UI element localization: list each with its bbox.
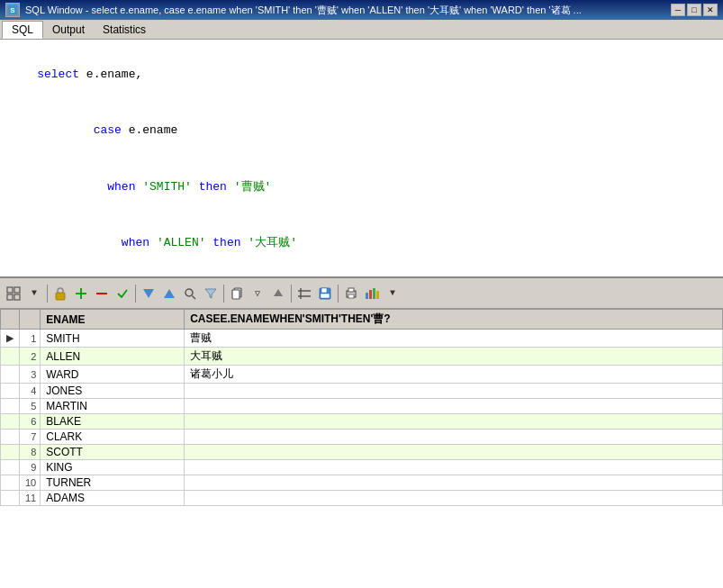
sql-line-2: case e.ename [9,103,714,158]
minimize-button[interactable]: ─ [671,4,685,16]
connect-icon [297,287,312,300]
table-row[interactable]: 7CLARK [1,430,723,445]
add-row-button[interactable] [71,284,91,303]
table-row[interactable]: 10TURNER [1,475,723,491]
cell-ename: TURNER [41,475,185,491]
svg-rect-4 [7,294,13,300]
copy-button[interactable] [227,284,247,303]
app-icon: S [5,3,20,17]
maximize-button[interactable]: □ [687,4,701,16]
svg-rect-26 [366,293,368,299]
plus-icon [75,287,87,300]
table-row[interactable]: ▶1SMITH曹贼 [1,330,723,348]
chart-button[interactable] [362,284,382,303]
cell-value: 诸葛小儿 [185,366,723,384]
svg-rect-22 [321,294,330,298]
row-number: 10 [20,475,41,491]
table-row[interactable]: 3WARD诸葛小儿 [1,366,723,384]
table-row[interactable]: 9KING [1,460,723,475]
grid-dropdown[interactable]: ▼ [24,284,44,303]
sql-line-1: select e.ename, [9,47,714,103]
row-number: 9 [20,460,41,475]
cell-ename: CLARK [41,430,185,445]
confirm-button[interactable] [113,284,132,303]
up-arrow-button[interactable] [268,284,288,303]
tab-sql[interactable]: SQL [2,21,43,39]
svg-rect-5 [14,294,20,300]
chart-dropdown[interactable]: ▼ [383,284,402,303]
svg-rect-3 [14,287,20,293]
svg-marker-10 [143,289,154,298]
tab-output[interactable]: Output [43,22,94,38]
svg-point-12 [185,289,193,296]
sort-asc-icon [163,287,176,300]
check-icon [116,287,129,300]
sql-line-4: when 'ALLEN' then '大耳贼' [9,215,714,271]
svg-rect-27 [369,290,372,299]
table-row[interactable]: 5MARTIN [1,399,723,414]
search-button[interactable] [180,284,200,303]
keyword-when1: when [107,180,135,194]
menu-bar: SQL Output Statistics [0,20,723,40]
svg-marker-11 [164,289,175,298]
svg-rect-2 [7,287,13,293]
filter-icon [204,287,217,300]
table-row[interactable]: 11ADAMS [1,491,723,506]
svg-rect-21 [321,288,327,293]
row-indicator-cell [1,348,20,366]
results-table: ENAME CASEE.ENAMEWHEN'SMITH'THEN'曹? ▶1SM… [0,309,723,506]
up-arrow-icon [273,288,284,299]
cell-ename: BLAKE [41,414,185,430]
chart-icon [365,287,379,300]
separator-1 [47,285,48,303]
header-rownum [20,310,41,330]
table-row[interactable]: 6BLAKE [1,414,723,430]
row-number: 2 [20,348,41,366]
separator-3 [223,285,224,303]
cell-value [185,399,723,414]
cell-ename: ADAMS [41,491,185,506]
svg-rect-15 [232,290,239,299]
grid-button[interactable] [4,284,23,303]
header-value[interactable]: CASEE.ENAMEWHEN'SMITH'THEN'曹? [185,310,723,330]
sort-desc-button[interactable] [139,284,158,303]
row-indicator-cell [1,399,20,414]
header-ename[interactable]: ENAME [41,310,185,330]
tab-statistics[interactable]: Statistics [94,22,155,38]
svg-rect-25 [348,294,354,298]
window-controls: ─ □ ✕ [671,4,718,16]
table-header-row: ENAME CASEE.ENAMEWHEN'SMITH'THEN'曹? [1,310,723,330]
close-button[interactable]: ✕ [703,4,718,16]
svg-rect-6 [56,293,65,300]
keyword-when2: when [122,236,149,249]
print-button[interactable] [341,284,361,303]
cell-value [185,430,723,445]
row-indicator-cell [1,460,20,475]
cell-ename: WARD [41,366,185,384]
row-number: 3 [20,366,41,384]
str-allen: 'ALLEN' [157,236,206,249]
sort-asc-button[interactable] [159,284,179,303]
str-caozei: '曹贼' [234,180,272,194]
keyword-then2: then [212,236,240,249]
delete-row-button[interactable] [92,284,112,303]
copy-dropdown[interactable]: ▽ [248,284,267,303]
save-button[interactable] [315,284,335,303]
cell-value [185,384,723,399]
table-row[interactable]: 4JONES [1,384,723,399]
results-area[interactable]: ENAME CASEE.ENAMEWHEN'SMITH'THEN'曹? ▶1SM… [0,309,723,588]
toolbar: ▼ [0,278,723,309]
row-number: 6 [20,414,41,430]
keyword-select: select [37,68,79,81]
sql-editor[interactable]: select e.ename, case e.ename when 'SMITH… [0,40,723,278]
cell-value: 大耳贼 [185,348,723,366]
row-indicator-cell [1,445,20,460]
row-indicator-cell [1,384,20,399]
connect-button[interactable] [294,284,314,303]
table-row[interactable]: 8SCOTT [1,445,723,460]
svg-marker-16 [274,289,283,296]
table-row[interactable]: 2ALLEN大耳贼 [1,348,723,366]
lock-button[interactable] [50,284,70,303]
filter-button[interactable] [201,284,221,303]
str-smith: 'SMITH' [142,180,192,194]
